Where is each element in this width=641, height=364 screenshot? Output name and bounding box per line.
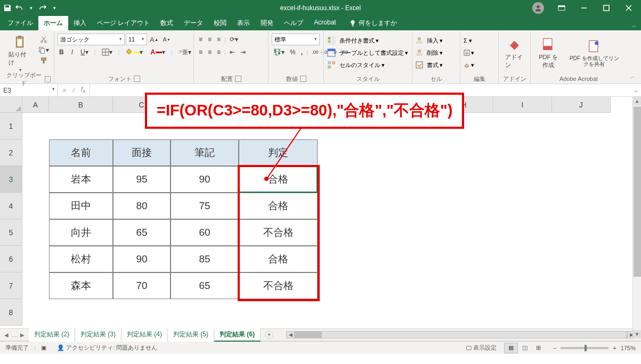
align-center-icon[interactable]: ≡ (206, 47, 213, 57)
table-cell[interactable]: 田中 (49, 193, 113, 219)
percent-format-icon[interactable]: % (288, 47, 297, 57)
sheet-tab[interactable]: 判定結果 (3) (75, 328, 121, 342)
phonetic-button[interactable]: ア亜 ▾ (177, 47, 193, 57)
table-cell[interactable]: 合格 (239, 193, 318, 219)
tab-データ[interactable]: データ (178, 16, 208, 30)
table-cell[interactable]: 90 (113, 246, 171, 272)
sheet-nav-ellipsis[interactable]: … (12, 332, 17, 338)
table-cell[interactable]: 70 (113, 272, 171, 299)
fill-color-button[interactable]: ▾ (124, 47, 144, 57)
accounting-format-icon[interactable]: 💱▾ (272, 47, 286, 57)
format-cells-button[interactable]: 書式 ▾ (416, 59, 457, 71)
ribbon-collapse-icon[interactable]: ︿ (629, 21, 639, 30)
share-pdf-button[interactable]: PDF を作成してリンクを共有 (565, 32, 623, 74)
format-painter-button[interactable] (37, 56, 51, 65)
clipboard-dialog-launcher[interactable] (45, 76, 51, 82)
col-header-J[interactable]: J (552, 97, 611, 113)
table-cell[interactable]: 不合格 (239, 272, 318, 299)
row-header-7[interactable]: 7 (0, 272, 22, 299)
table-cell[interactable]: 松村 (49, 246, 113, 272)
fill-button[interactable]: ▾ (464, 47, 495, 59)
page-layout-view-icon[interactable]: ◫ (518, 343, 532, 353)
align-top-icon[interactable]: ≡ (197, 35, 204, 44)
page-break-view-icon[interactable]: ⊞ (532, 343, 546, 353)
select-all-corner[interactable] (0, 97, 22, 113)
cut-button[interactable] (37, 35, 51, 44)
tab-Acrobat[interactable]: Acrobat (309, 16, 341, 30)
addins-button[interactable]: ◆アドイン (502, 32, 527, 74)
tab-ヘルプ[interactable]: ヘルプ (279, 16, 309, 30)
collapse-ribbon-icon[interactable]: ︿ (628, 72, 638, 81)
align-bottom-icon[interactable]: ≡ (215, 35, 222, 44)
sheet-nav-last-icon[interactable]: ▶ (20, 332, 25, 338)
border-button[interactable]: ▾ (100, 47, 114, 57)
decrease-font-icon[interactable]: A▼ (161, 35, 172, 44)
table-cell[interactable]: 森本 (49, 272, 113, 299)
row-header-5[interactable]: 5 (0, 219, 22, 246)
font-name-select[interactable]: 游ゴシック▾ (58, 34, 125, 45)
zoom-slider[interactable] (561, 347, 608, 349)
row-header-3[interactable]: 3 (0, 166, 22, 193)
copy-button[interactable]: ▾ (37, 45, 51, 55)
col-header-B[interactable]: B (49, 97, 113, 113)
tab-数式[interactable]: 数式 (155, 16, 178, 30)
close-button[interactable] (619, 1, 639, 15)
font-size-select[interactable]: 11▾ (126, 34, 147, 45)
align-left-icon[interactable]: ≡ (197, 47, 204, 57)
hscroll-left-icon[interactable]: ◀ (286, 331, 295, 338)
table-cell[interactable]: 向井 (49, 219, 113, 246)
normal-view-icon[interactable]: ▦ (504, 343, 518, 353)
table-cell[interactable]: 岩本 (49, 166, 113, 193)
zoom-out-button[interactable]: − (553, 345, 556, 351)
row-header-2[interactable]: 2 (0, 139, 22, 166)
row-header-6[interactable]: 6 (0, 246, 22, 272)
table-cell[interactable]: 95 (113, 166, 171, 193)
row-header-4[interactable]: 4 (0, 193, 22, 219)
ribbon-display-icon[interactable] (551, 1, 572, 15)
clear-button[interactable]: ▾ (464, 59, 495, 71)
row-header-8[interactable]: 8 (0, 299, 22, 326)
cell-styles-button[interactable]: セルのスタイル ▾ (327, 59, 409, 71)
display-settings-icon[interactable]: 🖵 (466, 345, 472, 351)
vscroll-down-icon[interactable]: ▼ (633, 330, 641, 338)
table-header-cell[interactable]: 面接 (113, 139, 171, 166)
sheet-tab[interactable]: 判定結果 (5) (168, 328, 214, 342)
table-cell[interactable]: 80 (113, 193, 171, 219)
tab-ファイル[interactable]: ファイル (2, 16, 38, 30)
orientation-icon[interactable]: ⟳▾ (228, 35, 240, 44)
increase-font-icon[interactable]: A▲ (148, 35, 160, 45)
bold-button[interactable]: B (58, 47, 66, 57)
table-header-cell[interactable]: 名前 (49, 139, 113, 166)
underline-button[interactable]: U ▾ (79, 47, 90, 57)
conditional-formatting-button[interactable]: 条件付き書式 ▾ (327, 35, 409, 46)
table-cell[interactable]: 60 (171, 219, 239, 246)
indent-increase-icon[interactable]: ⇥ (239, 47, 247, 57)
undo-dropdown-icon[interactable]: ▾ (27, 4, 35, 12)
table-cell[interactable]: 65 (171, 272, 239, 299)
tab-ホーム[interactable]: ホーム (38, 16, 68, 30)
alignment-dialog-launcher[interactable] (235, 76, 241, 82)
autosum-button[interactable]: Σ ▾ (464, 35, 495, 46)
fx-icon[interactable]: fx (81, 86, 85, 94)
sheet-nav-first-icon[interactable]: ◀ (4, 332, 9, 338)
name-box[interactable]: E3▾ (0, 84, 58, 96)
sheet-tab[interactable]: 判定結果 (6) (214, 328, 261, 342)
sheet-tab[interactable]: 判定結果 (4) (121, 328, 168, 342)
sheet-tab[interactable]: 判定結果 (2) (29, 328, 75, 342)
indent-decrease-icon[interactable]: ⇤ (228, 47, 237, 57)
table-header-cell[interactable]: 筆記 (171, 139, 239, 166)
table-cell[interactable]: 合格 (239, 166, 318, 193)
tab-表示[interactable]: 表示 (232, 16, 255, 30)
expand-formula-bar-icon[interactable]: ⌄ (631, 84, 641, 96)
spreadsheet-grid[interactable]: ABCDEFGHIJ 12345678 名前面接筆記判定岩本9590合格田中80… (0, 97, 641, 328)
number-dialog-launcher[interactable] (300, 76, 306, 82)
minimize-button[interactable] (574, 1, 594, 15)
table-cell[interactable]: 85 (171, 246, 239, 272)
format-as-table-button[interactable]: テーブルとして書式設定 ▾ (327, 47, 409, 59)
horizontal-scrollbar[interactable] (295, 331, 627, 338)
tab-開発[interactable]: 開発 (255, 16, 279, 30)
maximize-button[interactable] (596, 1, 616, 15)
new-sheet-button[interactable]: + (265, 330, 273, 339)
create-pdf-button[interactable]: PDF を作成 (534, 32, 563, 74)
enter-formula-icon[interactable]: ✓ (71, 87, 77, 94)
